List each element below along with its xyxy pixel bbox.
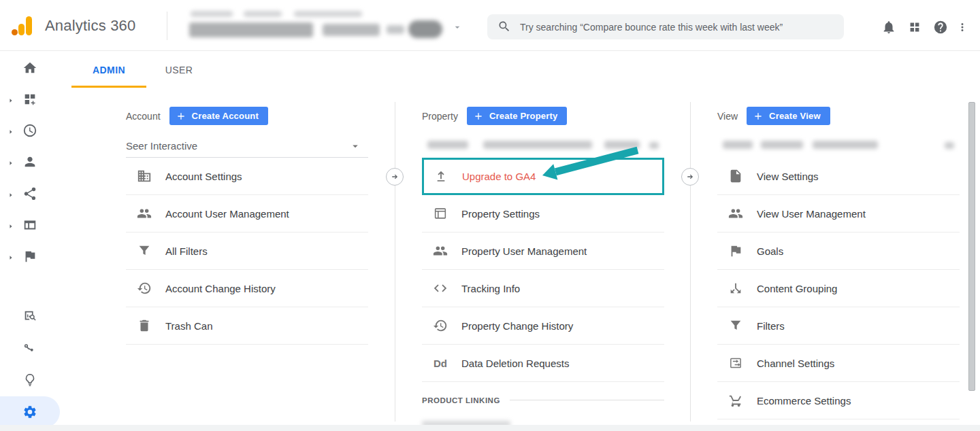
view-column-label: View — [717, 111, 738, 122]
menu-item-label: Content Grouping — [757, 283, 837, 294]
menu-item-channel-settings[interactable]: Channel Settings — [717, 345, 960, 382]
channel-icon — [728, 356, 744, 370]
create-view-button[interactable]: Create View — [747, 107, 830, 125]
redacted-text — [761, 141, 803, 149]
apps-grid-icon[interactable] — [907, 20, 922, 35]
chevron-right-icon[interactable] — [7, 95, 15, 103]
app-header: Analytics 360 — [0, 0, 980, 51]
menu-item-view-user-management[interactable]: View User Management — [717, 195, 960, 232]
chevron-down-icon[interactable] — [452, 22, 463, 33]
history-icon — [432, 318, 448, 333]
sidebar-item-discover[interactable] — [0, 332, 60, 364]
redacted-text — [427, 141, 468, 149]
menu-item-upgrade-to-ga4[interactable]: Upgrade to GA4 — [422, 158, 664, 195]
more-vert-icon[interactable] — [956, 20, 968, 35]
collapse-account-column-button[interactable] — [386, 168, 404, 186]
create-account-button[interactable]: Create Account — [169, 107, 268, 125]
help-icon[interactable] — [933, 20, 948, 35]
view-selector[interactable] — [717, 134, 960, 158]
collapse-property-column-button[interactable] — [681, 168, 699, 186]
menu-item-trash-can[interactable]: Trash Can — [126, 307, 368, 345]
redacted-text — [191, 11, 233, 17]
admin-page: ADMIN USER Account Create Account Seer I… — [0, 51, 980, 425]
chevron-right-icon[interactable] — [7, 190, 15, 198]
vertical-scrollbar[interactable] — [968, 102, 975, 391]
redacted-badge — [408, 20, 442, 38]
funnel-icon — [136, 243, 152, 258]
lightbulb-icon — [22, 373, 37, 387]
share-icon — [22, 186, 37, 201]
sidebar-item-attribution[interactable] — [0, 300, 60, 332]
menu-item-label: Account User Management — [165, 208, 289, 220]
menu-item-data-deletion-requests[interactable]: DdData Deletion Requests — [422, 345, 664, 382]
create-property-button[interactable]: Create Property — [467, 107, 568, 125]
header-divider — [167, 12, 167, 40]
menu-item-account-user-management[interactable]: Account User Management — [126, 195, 368, 232]
sidebar-item-home[interactable] — [0, 52, 60, 84]
analytics-logo-icon[interactable] — [10, 13, 35, 39]
menu-item-goals[interactable]: Goals — [717, 232, 960, 270]
product-linking-section: PRODUCT LINKING — [422, 382, 664, 418]
bell-icon[interactable] — [881, 20, 896, 35]
people-icon — [136, 206, 152, 221]
page-bottom-strip — [0, 425, 980, 431]
attribution-icon — [22, 309, 37, 324]
sidebar-item-realtime[interactable] — [0, 115, 60, 146]
menu-item-label: Account Change History — [165, 283, 276, 294]
menu-item-ecommerce-settings[interactable]: Ecommerce Settings — [717, 382, 960, 419]
account-selector[interactable]: Seer Interactive — [126, 134, 368, 158]
product-name: Analytics 360 — [45, 17, 135, 35]
menu-item-all-filters[interactable]: All Filters — [126, 232, 368, 270]
redacted-text — [483, 141, 592, 149]
discover-icon — [22, 341, 37, 356]
menu-item-tracking-info[interactable]: Tracking Info — [422, 270, 664, 307]
tab-user[interactable]: USER — [146, 54, 212, 86]
home-icon — [22, 61, 37, 75]
sidebar-item-conversions[interactable] — [0, 241, 60, 272]
menu-item-label: View User Management — [757, 208, 866, 220]
menu-item-label: Property Settings — [461, 208, 540, 220]
search-input[interactable] — [487, 14, 844, 39]
menu-item-label: Channel Settings — [757, 358, 834, 369]
redacted-text — [387, 25, 404, 34]
column-divider — [690, 102, 691, 421]
menu-item-label: Upgrade to GA4 — [462, 171, 536, 182]
chevron-right-icon[interactable] — [7, 126, 15, 135]
sidebar-item-audience[interactable] — [0, 146, 60, 177]
menu-item-label: Ecommerce Settings — [757, 395, 851, 407]
menu-item-account-change-history[interactable]: Account Change History — [126, 270, 368, 307]
arrow-right-icon — [390, 172, 399, 182]
menu-item-content-grouping[interactable]: Content Grouping — [717, 270, 960, 307]
building-icon — [136, 169, 152, 184]
menu-item-property-settings[interactable]: Property Settings — [422, 195, 664, 232]
clock-icon — [22, 123, 37, 138]
chevron-right-icon[interactable] — [7, 158, 15, 166]
menu-item-label: Trash Can — [165, 320, 212, 332]
sidebar-item-customization[interactable] — [0, 84, 60, 115]
tab-admin[interactable]: ADMIN — [71, 54, 146, 86]
flag-icon — [728, 243, 744, 258]
menu-item-label: Property Change History — [461, 320, 573, 332]
sidebar-item-admin[interactable] — [0, 396, 60, 428]
menu-item-view-settings[interactable]: View Settings — [717, 158, 960, 195]
history-icon — [136, 281, 152, 296]
funnel-icon — [728, 318, 744, 333]
menu-item-label: Account Settings — [165, 171, 242, 182]
sidebar-item-behavior[interactable] — [0, 209, 60, 241]
section-title: PRODUCT LINKING — [422, 396, 500, 404]
cart-icon — [728, 393, 744, 408]
code-icon — [432, 281, 448, 296]
people-icon — [728, 206, 744, 221]
menu-item-filters[interactable]: Filters — [717, 307, 960, 345]
menu-item-property-change-history[interactable]: Property Change History — [422, 307, 664, 345]
menu-item-account-settings[interactable]: Account Settings — [126, 158, 368, 195]
sidebar-item-insights[interactable] — [0, 364, 60, 396]
redacted-caret — [649, 142, 659, 149]
property-selector[interactable] — [422, 134, 664, 158]
chevron-right-icon[interactable] — [7, 221, 15, 229]
sidebar-item-acquisition[interactable] — [0, 178, 60, 209]
account-column: Account Create Account Seer Interactive … — [126, 107, 368, 345]
menu-item-property-user-management[interactable]: Property User Management — [422, 232, 664, 270]
redacted-text — [189, 22, 313, 37]
chevron-right-icon[interactable] — [7, 252, 15, 260]
